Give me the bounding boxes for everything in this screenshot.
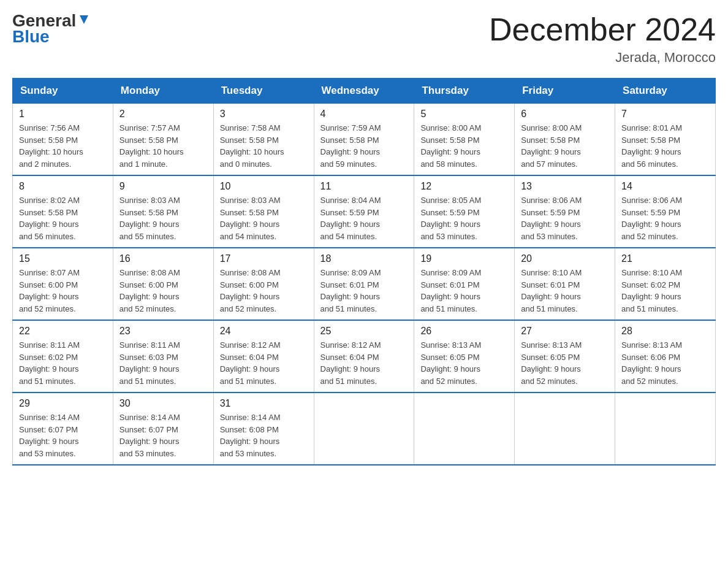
calendar-day-cell: 3 Sunrise: 7:58 AM Sunset: 5:58 PM Dayli…	[213, 104, 314, 176]
logo: General Blue	[12, 12, 91, 47]
calendar-day-cell: 29 Sunrise: 8:14 AM Sunset: 6:07 PM Dayl…	[13, 393, 113, 465]
day-number: 30	[119, 398, 207, 409]
calendar-day-cell: 31 Sunrise: 8:14 AM Sunset: 6:08 PM Dayl…	[213, 393, 314, 465]
calendar-day-cell: 16 Sunrise: 8:08 AM Sunset: 6:00 PM Dayl…	[113, 248, 213, 320]
col-friday: Friday	[515, 79, 615, 104]
day-info: Sunrise: 8:14 AM Sunset: 6:08 PM Dayligh…	[220, 412, 308, 459]
col-monday: Monday	[113, 79, 213, 104]
calendar-day-cell: 25 Sunrise: 8:12 AM Sunset: 6:04 PM Dayl…	[314, 320, 414, 393]
calendar-day-cell: 1 Sunrise: 7:56 AM Sunset: 5:58 PM Dayli…	[13, 104, 113, 176]
day-info: Sunrise: 7:58 AM Sunset: 5:58 PM Dayligh…	[220, 122, 308, 170]
day-info: Sunrise: 8:12 AM Sunset: 6:04 PM Dayligh…	[320, 339, 408, 387]
day-number: 7	[621, 109, 709, 120]
calendar-day-cell: 10 Sunrise: 8:03 AM Sunset: 5:58 PM Dayl…	[213, 175, 314, 248]
calendar-week-row: 29 Sunrise: 8:14 AM Sunset: 6:07 PM Dayl…	[13, 393, 716, 465]
day-number: 8	[19, 181, 107, 192]
day-number: 13	[521, 181, 609, 192]
calendar-day-cell: 7 Sunrise: 8:01 AM Sunset: 5:58 PM Dayli…	[615, 104, 716, 176]
day-info: Sunrise: 8:13 AM Sunset: 6:06 PM Dayligh…	[621, 339, 709, 387]
day-info: Sunrise: 8:11 AM Sunset: 6:03 PM Dayligh…	[119, 339, 207, 387]
calendar-table: Sunday Monday Tuesday Wednesday Thursday…	[12, 78, 716, 465]
day-info: Sunrise: 8:09 AM Sunset: 6:01 PM Dayligh…	[420, 267, 508, 315]
calendar-day-cell: 9 Sunrise: 8:03 AM Sunset: 5:58 PM Dayli…	[113, 175, 213, 248]
page-header: General Blue December 2024 Jerada, Moroc…	[12, 12, 716, 66]
day-number: 24	[220, 326, 308, 337]
calendar-day-cell: 12 Sunrise: 8:05 AM Sunset: 5:59 PM Dayl…	[414, 175, 515, 248]
day-info: Sunrise: 8:00 AM Sunset: 5:58 PM Dayligh…	[420, 122, 508, 170]
day-info: Sunrise: 8:03 AM Sunset: 5:58 PM Dayligh…	[220, 194, 308, 242]
day-info: Sunrise: 8:06 AM Sunset: 5:59 PM Dayligh…	[621, 194, 709, 242]
calendar-day-cell: 30 Sunrise: 8:14 AM Sunset: 6:07 PM Dayl…	[113, 393, 213, 465]
month-title: December 2024	[489, 12, 716, 47]
day-number: 16	[119, 253, 207, 264]
day-number: 4	[320, 109, 408, 120]
calendar-day-cell: 18 Sunrise: 8:09 AM Sunset: 6:01 PM Dayl…	[314, 248, 414, 320]
calendar-day-cell: 14 Sunrise: 8:06 AM Sunset: 5:59 PM Dayl…	[615, 175, 716, 248]
calendar-day-cell: 13 Sunrise: 8:06 AM Sunset: 5:59 PM Dayl…	[515, 175, 615, 248]
day-number: 20	[521, 253, 609, 264]
day-number: 2	[119, 109, 207, 120]
calendar-day-cell	[314, 393, 414, 465]
day-info: Sunrise: 7:59 AM Sunset: 5:58 PM Dayligh…	[320, 122, 408, 170]
calendar-day-cell: 6 Sunrise: 8:00 AM Sunset: 5:58 PM Dayli…	[515, 104, 615, 176]
day-number: 23	[119, 326, 207, 337]
calendar-day-cell: 27 Sunrise: 8:13 AM Sunset: 6:05 PM Dayl…	[515, 320, 615, 393]
day-number: 1	[19, 109, 107, 120]
day-number: 22	[19, 326, 107, 337]
calendar-day-cell	[414, 393, 515, 465]
day-number: 14	[621, 181, 709, 192]
day-info: Sunrise: 8:04 AM Sunset: 5:59 PM Dayligh…	[320, 194, 408, 242]
col-sunday: Sunday	[13, 79, 113, 104]
calendar-day-cell: 21 Sunrise: 8:10 AM Sunset: 6:02 PM Dayl…	[615, 248, 716, 320]
day-number: 25	[320, 326, 408, 337]
day-number: 10	[220, 181, 308, 192]
day-number: 28	[621, 326, 709, 337]
calendar-week-row: 1 Sunrise: 7:56 AM Sunset: 5:58 PM Dayli…	[13, 104, 716, 176]
day-number: 26	[420, 326, 508, 337]
day-info: Sunrise: 8:06 AM Sunset: 5:59 PM Dayligh…	[521, 194, 609, 242]
day-info: Sunrise: 8:12 AM Sunset: 6:04 PM Dayligh…	[220, 339, 308, 387]
calendar-day-cell: 2 Sunrise: 7:57 AM Sunset: 5:58 PM Dayli…	[113, 104, 213, 176]
calendar-day-cell	[615, 393, 716, 465]
col-tuesday: Tuesday	[213, 79, 314, 104]
day-info: Sunrise: 8:10 AM Sunset: 6:01 PM Dayligh…	[521, 267, 609, 315]
calendar-week-row: 15 Sunrise: 8:07 AM Sunset: 6:00 PM Dayl…	[13, 248, 716, 320]
day-number: 3	[220, 109, 308, 120]
calendar-day-cell: 17 Sunrise: 8:08 AM Sunset: 6:00 PM Dayl…	[213, 248, 314, 320]
logo-triangle-icon	[77, 13, 91, 26]
day-number: 11	[320, 181, 408, 192]
day-number: 17	[220, 253, 308, 264]
day-number: 21	[621, 253, 709, 264]
calendar-day-cell	[515, 393, 615, 465]
day-number: 15	[19, 253, 107, 264]
day-number: 18	[320, 253, 408, 264]
col-thursday: Thursday	[414, 79, 515, 104]
location: Jerada, Morocco	[489, 50, 716, 66]
day-info: Sunrise: 7:56 AM Sunset: 5:58 PM Dayligh…	[19, 122, 107, 170]
day-info: Sunrise: 8:13 AM Sunset: 6:05 PM Dayligh…	[521, 339, 609, 387]
day-info: Sunrise: 8:09 AM Sunset: 6:01 PM Dayligh…	[320, 267, 408, 315]
day-number: 12	[420, 181, 508, 192]
day-info: Sunrise: 8:10 AM Sunset: 6:02 PM Dayligh…	[621, 267, 709, 315]
calendar-day-cell: 22 Sunrise: 8:11 AM Sunset: 6:02 PM Dayl…	[13, 320, 113, 393]
day-number: 5	[420, 109, 508, 120]
calendar-day-cell: 15 Sunrise: 8:07 AM Sunset: 6:00 PM Dayl…	[13, 248, 113, 320]
day-info: Sunrise: 7:57 AM Sunset: 5:58 PM Dayligh…	[119, 122, 207, 170]
calendar-day-cell: 23 Sunrise: 8:11 AM Sunset: 6:03 PM Dayl…	[113, 320, 213, 393]
calendar-day-cell: 20 Sunrise: 8:10 AM Sunset: 6:01 PM Dayl…	[515, 248, 615, 320]
day-info: Sunrise: 8:02 AM Sunset: 5:58 PM Dayligh…	[19, 194, 107, 242]
day-info: Sunrise: 8:11 AM Sunset: 6:02 PM Dayligh…	[19, 339, 107, 387]
day-number: 31	[220, 398, 308, 409]
day-info: Sunrise: 8:03 AM Sunset: 5:58 PM Dayligh…	[119, 194, 207, 242]
calendar-header: Sunday Monday Tuesday Wednesday Thursday…	[13, 79, 716, 104]
day-info: Sunrise: 8:08 AM Sunset: 6:00 PM Dayligh…	[220, 267, 308, 315]
day-info: Sunrise: 8:07 AM Sunset: 6:00 PM Dayligh…	[19, 267, 107, 315]
calendar-day-cell: 4 Sunrise: 7:59 AM Sunset: 5:58 PM Dayli…	[314, 104, 414, 176]
day-number: 19	[420, 253, 508, 264]
calendar-day-cell: 8 Sunrise: 8:02 AM Sunset: 5:58 PM Dayli…	[13, 175, 113, 248]
day-number: 9	[119, 181, 207, 192]
calendar-day-cell: 26 Sunrise: 8:13 AM Sunset: 6:05 PM Dayl…	[414, 320, 515, 393]
calendar-body: 1 Sunrise: 7:56 AM Sunset: 5:58 PM Dayli…	[13, 104, 716, 465]
day-info: Sunrise: 8:00 AM Sunset: 5:58 PM Dayligh…	[521, 122, 609, 170]
calendar-day-cell: 24 Sunrise: 8:12 AM Sunset: 6:04 PM Dayl…	[213, 320, 314, 393]
